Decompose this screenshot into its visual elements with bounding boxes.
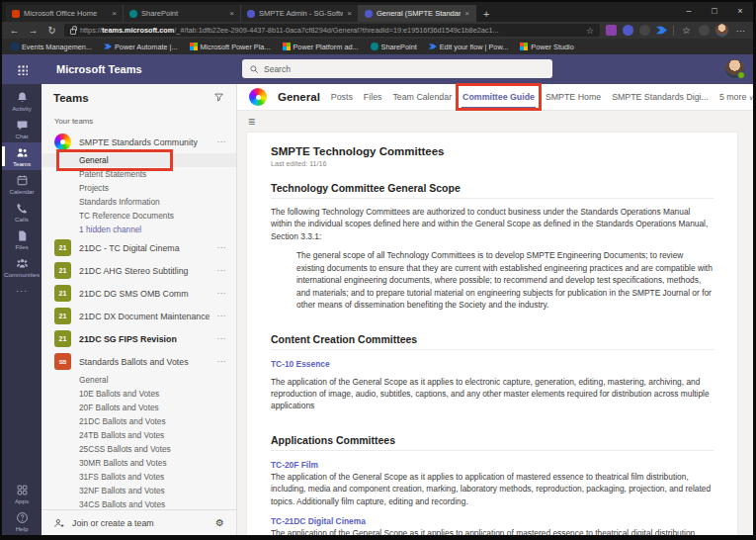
channel-sb-general[interactable]: General: [42, 373, 236, 387]
rail-spacer: [2, 303, 42, 480]
channel-32nf-ballots[interactable]: 32NF Ballots and Votes: [42, 484, 236, 497]
join-or-create-team-button[interactable]: Join or create a team: [53, 517, 154, 529]
channel-patent-statements[interactable]: Patent Statements: [42, 167, 236, 181]
rail-item-teams[interactable]: Teams: [2, 142, 42, 170]
browser-tab-sharepoint[interactable]: SharePoint ×: [124, 5, 241, 22]
team-more-options-icon[interactable]: ···: [217, 137, 227, 146]
extension-teams-icon[interactable]: [623, 25, 633, 36]
team-smpte-standards-community[interactable]: SMPTE Standards Community ···: [42, 131, 236, 153]
channel-general[interactable]: General: [42, 153, 236, 167]
team-more-options-icon[interactable]: ···: [217, 289, 227, 298]
new-tab-button[interactable]: +: [483, 8, 489, 20]
rail-item-calls[interactable]: Calls: [2, 198, 42, 225]
browser-tab-smpte-admin[interactable]: SMPTE Admin - SG-Software - A ×: [241, 5, 359, 22]
rail-item-help[interactable]: Help: [2, 507, 42, 535]
bookmark-power-automate[interactable]: Power Automate |...: [104, 43, 178, 51]
rail-item-chat[interactable]: Chat: [2, 115, 42, 142]
team-standards-ballots-and-votes[interactable]: SB Standards Ballots and Votes ···: [42, 350, 236, 373]
channel-24tb-ballots[interactable]: 24TB Ballots and Votes: [42, 428, 236, 442]
team-21dc-ahg-stereo-subtitling[interactable]: 21 21DC AHG Stereo Subtitling ···: [42, 259, 236, 282]
power-automate-icon: [429, 43, 437, 50]
rail-item-files[interactable]: Files: [2, 225, 42, 253]
channel-standards-information[interactable]: Standards Information: [42, 195, 236, 209]
committee-link-tc10[interactable]: TC-10 Essence: [271, 359, 714, 369]
forward-button[interactable]: →: [27, 25, 40, 36]
your-teams-label: Your teams: [42, 112, 236, 131]
team-more-options-icon[interactable]: ···: [217, 266, 227, 275]
bookmark-events[interactable]: Events Managemen...: [11, 43, 92, 51]
close-tab-icon[interactable]: ×: [347, 9, 352, 18]
team-21dc-dx-document-maintenance[interactable]: 21 21DC DX Document Maintenance ···: [42, 305, 236, 327]
search-box[interactable]: [242, 59, 552, 78]
bookmark-power-platform-2[interactable]: Power Platform ad...: [283, 43, 359, 51]
tab-files[interactable]: Files: [364, 92, 382, 102]
browser-tab-office[interactable]: Microsoft Office Home ×: [6, 5, 124, 22]
team-more-options-icon[interactable]: ···: [217, 334, 227, 343]
channel-label: Standards Information: [79, 197, 160, 207]
team-avatar-21: 21: [54, 239, 71, 256]
extension-powerbi-icon[interactable]: [606, 25, 617, 36]
wiki-menu-icon[interactable]: ≡: [248, 115, 262, 129]
tab-smpte-standards-digital[interactable]: SMPTE Standards Digi...: [612, 92, 709, 102]
extension-disabled-icon[interactable]: [639, 25, 650, 36]
channel-projects[interactable]: Projects: [42, 181, 236, 195]
add-person-icon: [53, 517, 65, 529]
favorite-star-icon[interactable]: ☆: [586, 26, 594, 36]
extension-power-automate-icon[interactable]: [656, 25, 667, 36]
teams-profile-avatar[interactable]: [725, 59, 744, 78]
add-favorite-icon[interactable]: ☆: [680, 25, 693, 36]
tab-posts[interactable]: Posts: [331, 92, 353, 102]
maximize-button[interactable]: □: [702, 2, 727, 22]
team-more-options-icon[interactable]: ···: [217, 243, 227, 252]
bookmark-power-studio[interactable]: Power Studio: [520, 43, 573, 51]
browser-profile-avatar[interactable]: [715, 24, 728, 37]
browser-menu-icon[interactable]: ···: [734, 25, 747, 36]
channel-10e-ballots[interactable]: 10E Ballots and Votes: [42, 387, 236, 401]
rail-item-activity[interactable]: Activity: [2, 87, 42, 115]
committee-link-tc20f[interactable]: TC-20F Film: [271, 460, 714, 470]
channel-20f-ballots[interactable]: 20F Ballots and Votes: [42, 401, 236, 414]
tab-team-calendar[interactable]: Team Calendar: [392, 92, 452, 102]
channel-30mr-ballots[interactable]: 30MR Ballots and Votes: [42, 456, 236, 470]
team-21dc-sg-fips-revision[interactable]: 21 21DC SG FIPS Revision ···: [42, 327, 236, 350]
team-21dc-tc-digital-cinema[interactable]: 21 21DC - TC Digital Cinema ···: [42, 236, 236, 259]
rail-item-calendar[interactable]: Calendar: [2, 170, 42, 198]
channel-34cs-ballots[interactable]: 34CS Ballots and Votes: [42, 497, 236, 509]
back-button[interactable]: ←: [8, 25, 21, 36]
team-21dc-dg-sms-omb-comm[interactable]: 21 21DC DG SMS OMB Comm ···: [42, 282, 236, 305]
more-tabs-dropdown[interactable]: 5 more ∨: [719, 92, 754, 102]
close-tab-icon[interactable]: ×: [112, 9, 117, 18]
refresh-button[interactable]: ↻: [45, 25, 58, 36]
channel-31fs-ballots[interactable]: 31FS Ballots and Votes: [42, 470, 236, 484]
waffle-menu-button[interactable]: [2, 64, 42, 75]
minimize-button[interactable]: –: [676, 2, 702, 22]
bookmark-sharepoint[interactable]: SharePoint: [371, 43, 417, 51]
tab-committee-guide[interactable]: Committee Guide: [462, 92, 535, 102]
browser-tab-general-active[interactable]: General (SMPTE Standards Com ×: [359, 5, 476, 22]
rail-item-apps[interactable]: Apps: [2, 480, 42, 507]
close-tab-icon[interactable]: ×: [464, 9, 469, 18]
committee-tc-20f: TC-20F Film The application of the Gener…: [271, 460, 714, 507]
close-tab-icon[interactable]: ×: [229, 9, 234, 18]
team-more-options-icon[interactable]: ···: [217, 357, 227, 366]
channel-21dc-ballots[interactable]: 21DC Ballots and Votes: [42, 414, 236, 428]
address-bar[interactable]: https://teams.microsoft.com/_#/tab:1dfb2…: [64, 24, 600, 37]
last-edited-label: Last edited: 11/16: [271, 159, 714, 168]
committee-link-tc21dc[interactable]: TC-21DC Digital Cinema: [271, 516, 714, 526]
manage-teams-gear-icon[interactable]: ⚙: [215, 517, 224, 528]
tab-smpte-home[interactable]: SMPTE Home: [546, 92, 601, 102]
channel-label: 10E Ballots and Votes: [79, 389, 159, 399]
bookmark-edit-flow[interactable]: Edit your flow | Pow...: [429, 43, 509, 51]
channel-label: TC Reference Documents: [79, 211, 174, 221]
channel-tc-reference-documents[interactable]: TC Reference Documents: [42, 209, 236, 223]
close-window-button[interactable]: ×: [727, 2, 753, 22]
search-input[interactable]: [264, 64, 546, 74]
filter-button[interactable]: [213, 89, 224, 107]
collections-icon[interactable]: [699, 25, 710, 36]
rail-more-apps-button[interactable]: ···: [2, 281, 42, 303]
hidden-channel-link[interactable]: 1 hidden channel: [42, 223, 236, 236]
team-more-options-icon[interactable]: ···: [217, 312, 227, 320]
channel-25css-ballots[interactable]: 25CSS Ballots and Votes: [42, 442, 236, 456]
bookmark-power-platform-1[interactable]: Microsoft Power Pla...: [190, 43, 271, 51]
rail-item-communities[interactable]: Communities: [2, 253, 42, 281]
